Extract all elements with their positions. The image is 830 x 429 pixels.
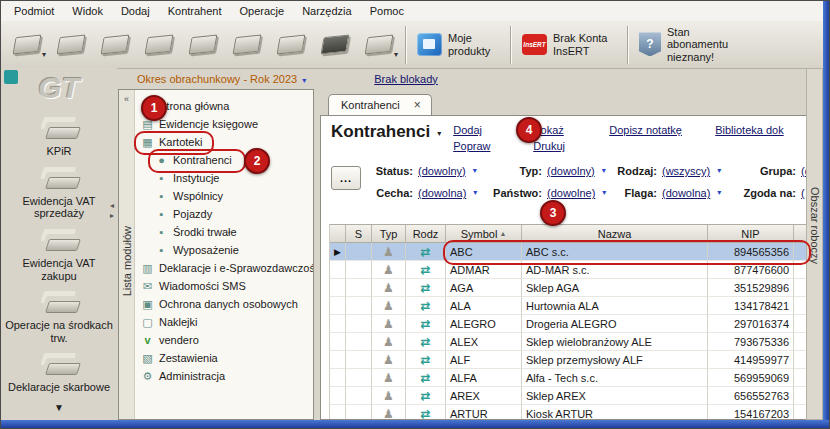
table-row[interactable]: ♟ ⇄ ALFA Alfa - Tech s.c. 569959069 — [330, 369, 807, 387]
calculator-icon — [189, 34, 218, 54]
moje-produkty-button[interactable]: Moje produkty — [411, 32, 506, 57]
stan-abonamentu-button[interactable]: ? Stan abonamentu nieznany! — [633, 26, 755, 64]
tree-item-srodki-trwale[interactable]: ▪Środki trwałe — [137, 223, 313, 241]
rail-item-label: Ewidencja VAT sprzedaży — [4, 195, 114, 220]
transfer-arrows-icon: ⇄ — [420, 282, 430, 294]
header-typ[interactable]: Typ — [372, 225, 406, 243]
table-row[interactable]: ♟ ⇄ ARTUR Kiosk ARTUR 154167203 — [330, 405, 807, 419]
menu-podmiot[interactable]: Podmiot — [5, 3, 63, 19]
gdpr-icon: ▣ — [141, 298, 154, 311]
table-row[interactable]: ♟ ⇄ ALEX Sklep wielobranżowy ALE 7936753… — [330, 333, 807, 351]
brak-konta-label: Brak Konta InsERT — [553, 32, 617, 57]
filter-cecha-value[interactable]: (dowolna) — [418, 187, 466, 199]
page-title[interactable]: Kontrahenci ▾ — [331, 122, 441, 158]
rail-item-kpir[interactable]: KPiR — [4, 117, 114, 158]
popraw-link[interactable]: Popraw — [453, 140, 533, 156]
stamp-button[interactable] — [93, 25, 137, 65]
drukuj-link[interactable]: Drukuj — [533, 140, 609, 156]
brak-blokady-link[interactable]: Brak blokady — [374, 73, 438, 85]
table-row[interactable]: ♟ ⇄ ALA Hurtownia ALA 134178421 — [330, 297, 807, 315]
action-links: Dodaj Pokaż Dopisz notatkę Biblioteka do… — [453, 124, 784, 158]
binder-button[interactable] — [269, 25, 313, 65]
tree-item-wyposazenie[interactable]: ▪Wyposażenie — [137, 241, 313, 259]
filter-typ-value[interactable]: (dowolny) — [547, 165, 595, 177]
tree-item-deklaracje[interactable]: ▥Deklaracje i e-Sprawozdawczość — [137, 259, 313, 277]
equipment-icon: ▪ — [155, 244, 168, 256]
konto-insert-button[interactable]: InsERT Brak Konta InsERT — [516, 32, 623, 57]
tab-kontrahenci[interactable]: Kontrahenci × — [328, 94, 432, 116]
menu-kontrahent[interactable]: Kontrahent — [159, 3, 231, 19]
filter-status: Status:(dowolny)▾ — [371, 165, 483, 177]
dopisz-notatke-link[interactable]: Dopisz notatkę — [609, 124, 715, 140]
transfer-arrows-icon: ⇄ — [420, 264, 430, 276]
rail-item-srodki-trwale[interactable]: Operacje na środkach trw. — [4, 291, 114, 344]
biblioteka-link[interactable]: Biblioteka dok — [715, 124, 784, 140]
tree-label: vendero — [159, 334, 199, 346]
tab-label: Kontrahenci — [341, 99, 400, 111]
pokaz-link[interactable]: Pokaż — [533, 124, 609, 140]
menu-dodaj[interactable]: Dodaj — [112, 3, 159, 19]
tree-item-zestawienia[interactable]: ▧Zestawienia — [137, 349, 313, 367]
menu-operacje[interactable]: Operacje — [231, 3, 294, 19]
collapse-panel-icon[interactable]: « — [124, 94, 129, 104]
cell-symbol: ALFA — [446, 369, 522, 387]
splitter-handle[interactable]: ◂ ▸ — [107, 201, 117, 221]
eraser-button[interactable] — [137, 25, 181, 65]
close-icon[interactable]: × — [412, 99, 423, 111]
person-icon: ♟ — [383, 390, 394, 402]
filter-zgoda-value[interactable]: ( — [801, 187, 805, 199]
calculator-button[interactable] — [181, 25, 225, 65]
period-selector[interactable]: Okres obrachunkowy - Rok 2023 ▾ — [137, 73, 306, 85]
window-edge — [823, 1, 829, 420]
tree-item-vendero[interactable]: vvendero — [137, 331, 313, 349]
rail-more-button[interactable]: ▼ — [54, 402, 64, 413]
menu-widok[interactable]: Widok — [63, 3, 112, 19]
filter-panstwo-value[interactable]: (dowolne) — [547, 187, 595, 199]
header-rodz[interactable]: Rodz — [406, 225, 446, 243]
menu-pomoc[interactable]: Pomoc — [361, 3, 413, 19]
window-bottom-bar — [1, 420, 829, 428]
cell-symbol: ARTUR — [446, 405, 522, 419]
cell-nip: 569959069 — [708, 369, 794, 387]
filter-options-button[interactable]: ... — [331, 166, 361, 190]
package-button[interactable] — [313, 25, 357, 65]
tree-item-ochrona-danych[interactable]: ▣Ochrona danych osobowych — [137, 295, 313, 313]
filter-label: Status: — [371, 165, 413, 177]
tree-label: Strona główna — [159, 100, 229, 112]
table-row[interactable]: ♟ ⇄ ALF Sklep przemysłowy ALF 414959977 — [330, 351, 807, 369]
sub-header: Okres obrachunkowy - Rok 2023 ▾ Brak blo… — [117, 68, 806, 89]
table-row[interactable]: ♟ ⇄ ALEGRO Drogeria ALEGRO 297016374 — [330, 315, 807, 333]
tree-item-wspolnicy[interactable]: ▪Wspólnicy — [137, 187, 313, 205]
table-row[interactable]: ♟ ⇄ AGA Sklep AGA 351529896 — [330, 279, 807, 297]
module-panel-title: Lista modułów — [121, 226, 133, 296]
tree-label: Ochrona danych osobowych — [159, 298, 298, 310]
filter-label: Typ: — [486, 165, 542, 177]
filter-rodzaj-value[interactable]: (wszyscy) — [662, 165, 710, 177]
tree-item-pojazdy[interactable]: ▪Pojazdy — [137, 205, 313, 223]
rail-item-vat-zakupu[interactable]: Ewidencja VAT zakupu — [4, 229, 114, 282]
header-s[interactable]: S — [346, 225, 372, 243]
new-item-icon — [13, 34, 42, 54]
tree-item-sms[interactable]: ✉Wiadomości SMS — [137, 277, 313, 295]
annotation-box-selected-row — [443, 240, 811, 265]
filter-status-value[interactable]: (dowolny) — [418, 165, 466, 177]
tree-item-naklejki[interactable]: ▢Naklejki — [137, 313, 313, 331]
new-item-split-button[interactable]: ▾ — [5, 25, 49, 65]
tree-label: Wyposażenie — [173, 244, 239, 256]
envelope-button[interactable] — [49, 25, 93, 65]
filters-grid: Status:(dowolny)▾ Typ:(dowolny)▾ Rodzaj:… — [371, 160, 807, 204]
ledger-stack-icon — [45, 363, 81, 375]
menu-narzedzia[interactable]: Narzędzia — [293, 3, 361, 19]
cell-symbol: AREX — [446, 387, 522, 405]
notes-button[interactable] — [225, 25, 269, 65]
rail-item-vat-sprzedazy[interactable]: Ewidencja VAT sprzedaży — [4, 167, 114, 220]
tree-item-administracja[interactable]: ⚙Administracja — [137, 367, 313, 385]
person-icon: ♟ — [383, 264, 394, 276]
table-row[interactable]: ♟ ⇄ AREX Sklep AREX 656552763 — [330, 387, 807, 405]
rail-item-deklaracje[interactable]: Deklaracje skarbowe — [4, 353, 114, 394]
table-body: ▶ ♟ ⇄ ABC ABC s.c. 894565356 ♟ ⇄ ADMAR — [330, 243, 807, 419]
tree-label: Naklejki — [159, 316, 198, 328]
filter-flaga-value[interactable]: (dowolna) — [662, 187, 710, 199]
tree-label: Deklaracje i e-Sprawozdawczość — [159, 262, 313, 274]
export-split-button[interactable]: ▾ — [357, 25, 401, 65]
